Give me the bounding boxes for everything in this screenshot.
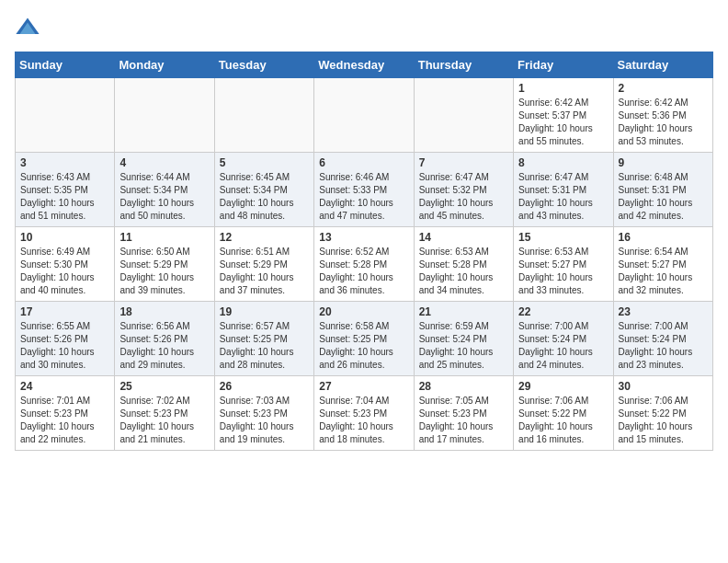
- logo: [15, 15, 44, 40]
- day-info: Sunrise: 7:06 AM Sunset: 5:22 PM Dayligh…: [518, 395, 608, 446]
- day-info: Sunrise: 6:46 AM Sunset: 5:33 PM Dayligh…: [319, 171, 408, 223]
- day-info: Sunrise: 6:56 AM Sunset: 5:26 PM Dayligh…: [119, 320, 209, 372]
- day-info: Sunrise: 7:02 AM Sunset: 5:23 PM Dayligh…: [119, 395, 209, 446]
- day-info: Sunrise: 6:44 AM Sunset: 5:34 PM Dayligh…: [119, 171, 209, 223]
- calendar-day-cell: 25Sunrise: 7:02 AM Sunset: 5:23 PM Dayli…: [115, 376, 214, 451]
- logo-icon: [15, 15, 40, 40]
- day-info: Sunrise: 6:47 AM Sunset: 5:32 PM Dayligh…: [419, 171, 508, 223]
- day-number: 15: [518, 231, 608, 244]
- column-header-thursday: Thursday: [414, 52, 513, 78]
- page-header: [15, 15, 713, 40]
- day-number: 14: [419, 231, 508, 244]
- calendar-week-row: 10Sunrise: 6:49 AM Sunset: 5:30 PM Dayli…: [16, 227, 713, 302]
- day-info: Sunrise: 6:53 AM Sunset: 5:28 PM Dayligh…: [419, 246, 508, 297]
- day-info: Sunrise: 7:00 AM Sunset: 5:24 PM Dayligh…: [619, 320, 708, 372]
- day-info: Sunrise: 6:52 AM Sunset: 5:28 PM Dayligh…: [319, 246, 408, 297]
- calendar-day-cell: 15Sunrise: 6:53 AM Sunset: 5:27 PM Dayli…: [514, 227, 613, 302]
- day-number: 13: [319, 231, 408, 244]
- calendar-week-row: 24Sunrise: 7:01 AM Sunset: 5:23 PM Dayli…: [16, 376, 713, 451]
- calendar-day-cell: 13Sunrise: 6:52 AM Sunset: 5:28 PM Dayli…: [314, 227, 414, 302]
- calendar-day-cell: 24Sunrise: 7:01 AM Sunset: 5:23 PM Dayli…: [16, 376, 115, 451]
- calendar-day-cell: 10Sunrise: 6:49 AM Sunset: 5:30 PM Dayli…: [16, 227, 115, 302]
- day-info: Sunrise: 6:53 AM Sunset: 5:27 PM Dayligh…: [518, 246, 608, 297]
- day-number: 29: [518, 380, 608, 393]
- day-number: 12: [220, 231, 309, 244]
- day-info: Sunrise: 6:49 AM Sunset: 5:30 PM Dayligh…: [20, 246, 109, 297]
- calendar-week-row: 17Sunrise: 6:55 AM Sunset: 5:26 PM Dayli…: [16, 302, 713, 376]
- calendar-table: SundayMondayTuesdayWednesdayThursdayFrid…: [15, 52, 713, 451]
- day-info: Sunrise: 6:42 AM Sunset: 5:37 PM Dayligh…: [518, 97, 608, 148]
- calendar-day-cell: 30Sunrise: 7:06 AM Sunset: 5:22 PM Dayli…: [613, 376, 712, 451]
- calendar-day-cell: 18Sunrise: 6:56 AM Sunset: 5:26 PM Dayli…: [115, 302, 214, 376]
- column-header-saturday: Saturday: [613, 52, 712, 78]
- day-info: Sunrise: 6:59 AM Sunset: 5:24 PM Dayligh…: [419, 320, 508, 372]
- day-number: 17: [20, 305, 109, 318]
- day-number: 9: [619, 156, 708, 169]
- calendar-header-row: SundayMondayTuesdayWednesdayThursdayFrid…: [16, 52, 713, 78]
- day-number: 1: [518, 82, 608, 95]
- day-info: Sunrise: 7:04 AM Sunset: 5:23 PM Dayligh…: [319, 395, 408, 446]
- day-number: 19: [220, 305, 309, 318]
- calendar-day-cell: 22Sunrise: 7:00 AM Sunset: 5:24 PM Dayli…: [514, 302, 613, 376]
- day-number: 27: [319, 380, 408, 393]
- day-number: 6: [319, 156, 408, 169]
- calendar-day-cell: 26Sunrise: 7:03 AM Sunset: 5:23 PM Dayli…: [214, 376, 313, 451]
- day-info: Sunrise: 6:48 AM Sunset: 5:31 PM Dayligh…: [619, 171, 708, 223]
- day-info: Sunrise: 7:06 AM Sunset: 5:22 PM Dayligh…: [619, 395, 708, 446]
- day-info: Sunrise: 6:43 AM Sunset: 5:35 PM Dayligh…: [20, 171, 109, 223]
- day-info: Sunrise: 6:55 AM Sunset: 5:26 PM Dayligh…: [20, 320, 109, 372]
- day-number: 7: [419, 156, 508, 169]
- day-number: 10: [20, 231, 109, 244]
- calendar-day-cell: 3Sunrise: 6:43 AM Sunset: 5:35 PM Daylig…: [16, 153, 115, 227]
- calendar-day-cell: 11Sunrise: 6:50 AM Sunset: 5:29 PM Dayli…: [115, 227, 214, 302]
- calendar-day-cell: 27Sunrise: 7:04 AM Sunset: 5:23 PM Dayli…: [314, 376, 414, 451]
- calendar-day-cell: 21Sunrise: 6:59 AM Sunset: 5:24 PM Dayli…: [414, 302, 513, 376]
- calendar-day-cell: 7Sunrise: 6:47 AM Sunset: 5:32 PM Daylig…: [414, 153, 513, 227]
- day-number: 23: [619, 305, 708, 318]
- day-number: 18: [119, 305, 209, 318]
- calendar-day-cell: 9Sunrise: 6:48 AM Sunset: 5:31 PM Daylig…: [613, 153, 712, 227]
- day-number: 24: [20, 380, 109, 393]
- day-number: 20: [319, 305, 408, 318]
- calendar-week-row: 1Sunrise: 6:42 AM Sunset: 5:37 PM Daylig…: [16, 78, 713, 153]
- day-number: 16: [619, 231, 708, 244]
- calendar-day-cell: 20Sunrise: 6:58 AM Sunset: 5:25 PM Dayli…: [314, 302, 414, 376]
- calendar-day-cell: 23Sunrise: 7:00 AM Sunset: 5:24 PM Dayli…: [613, 302, 712, 376]
- day-number: 25: [119, 380, 209, 393]
- day-info: Sunrise: 6:58 AM Sunset: 5:25 PM Dayligh…: [319, 320, 408, 372]
- calendar-day-cell: 6Sunrise: 6:46 AM Sunset: 5:33 PM Daylig…: [314, 153, 414, 227]
- day-info: Sunrise: 6:47 AM Sunset: 5:31 PM Dayligh…: [518, 171, 608, 223]
- day-info: Sunrise: 7:00 AM Sunset: 5:24 PM Dayligh…: [518, 320, 608, 372]
- day-number: 3: [20, 156, 109, 169]
- day-number: 11: [119, 231, 209, 244]
- day-number: 21: [419, 305, 508, 318]
- calendar-day-cell: 8Sunrise: 6:47 AM Sunset: 5:31 PM Daylig…: [514, 153, 613, 227]
- calendar-day-cell: 1Sunrise: 6:42 AM Sunset: 5:37 PM Daylig…: [514, 78, 613, 153]
- day-info: Sunrise: 6:57 AM Sunset: 5:25 PM Dayligh…: [220, 320, 309, 372]
- calendar-day-cell: 5Sunrise: 6:45 AM Sunset: 5:34 PM Daylig…: [214, 153, 313, 227]
- day-info: Sunrise: 7:05 AM Sunset: 5:23 PM Dayligh…: [419, 395, 508, 446]
- calendar-day-cell: 16Sunrise: 6:54 AM Sunset: 5:27 PM Dayli…: [613, 227, 712, 302]
- column-header-wednesday: Wednesday: [314, 52, 414, 78]
- day-info: Sunrise: 6:54 AM Sunset: 5:27 PM Dayligh…: [619, 246, 708, 297]
- calendar-day-cell: 19Sunrise: 6:57 AM Sunset: 5:25 PM Dayli…: [214, 302, 313, 376]
- day-number: 2: [619, 82, 708, 95]
- calendar-day-cell: 12Sunrise: 6:51 AM Sunset: 5:29 PM Dayli…: [214, 227, 313, 302]
- day-number: 4: [119, 156, 209, 169]
- day-info: Sunrise: 7:01 AM Sunset: 5:23 PM Dayligh…: [20, 395, 109, 446]
- day-number: 28: [419, 380, 508, 393]
- calendar-day-cell: [214, 78, 313, 153]
- calendar-day-cell: 29Sunrise: 7:06 AM Sunset: 5:22 PM Dayli…: [514, 376, 613, 451]
- day-info: Sunrise: 7:03 AM Sunset: 5:23 PM Dayligh…: [220, 395, 309, 446]
- column-header-sunday: Sunday: [16, 52, 115, 78]
- calendar-day-cell: 14Sunrise: 6:53 AM Sunset: 5:28 PM Dayli…: [414, 227, 513, 302]
- day-number: 8: [518, 156, 608, 169]
- column-header-friday: Friday: [514, 52, 613, 78]
- day-info: Sunrise: 6:50 AM Sunset: 5:29 PM Dayligh…: [119, 246, 209, 297]
- calendar-week-row: 3Sunrise: 6:43 AM Sunset: 5:35 PM Daylig…: [16, 153, 713, 227]
- calendar-day-cell: [115, 78, 214, 153]
- column-header-tuesday: Tuesday: [214, 52, 313, 78]
- day-number: 26: [220, 380, 309, 393]
- calendar-day-cell: 17Sunrise: 6:55 AM Sunset: 5:26 PM Dayli…: [16, 302, 115, 376]
- calendar-day-cell: 4Sunrise: 6:44 AM Sunset: 5:34 PM Daylig…: [115, 153, 214, 227]
